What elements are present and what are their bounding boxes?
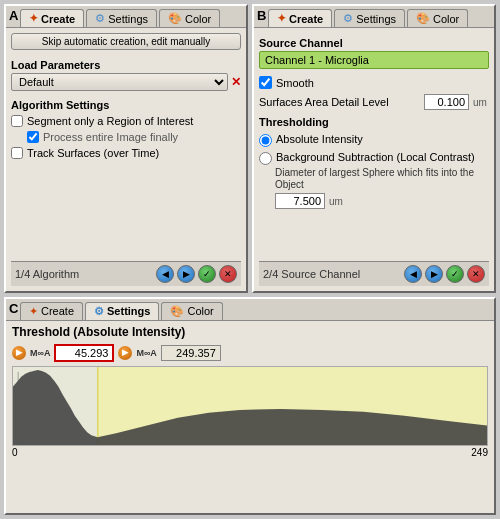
panel-c: C ✦ Create ⚙ Settings 🎨 Color Threshold: [4, 297, 496, 516]
process-row: Process entire Image finally: [27, 131, 241, 143]
color-icon-b: 🎨: [416, 12, 430, 25]
tab-a-settings[interactable]: ⚙ Settings: [86, 9, 157, 27]
histogram-max: 249: [471, 447, 488, 458]
wand-icon-c: ✦: [29, 305, 38, 318]
panel-b-bottom-nav: 2/4 Source Channel ◀ ▶ ✓ ✕: [259, 261, 489, 286]
nav-cancel-b[interactable]: ✕: [467, 265, 485, 283]
source-channel-value[interactable]: Channel 1 - Microglia: [259, 51, 489, 69]
panel-a-content: Skip automatic creation, edit manually L…: [6, 27, 246, 291]
load-params-dropdown[interactable]: Default: [11, 73, 228, 91]
tab-a-color[interactable]: 🎨 Color: [159, 9, 220, 27]
process-checkbox[interactable]: [27, 131, 39, 143]
right-threshold-input[interactable]: [161, 345, 221, 361]
left-m2a-label: M∞A: [30, 348, 50, 358]
nav-back-a[interactable]: ◀: [156, 265, 174, 283]
background-subtraction-row: Background Subtraction (Local Contrast): [259, 151, 489, 165]
segment-row: Segment only a Region of Interest: [11, 115, 241, 127]
histogram-min: 0: [12, 447, 18, 458]
panel-c-content: Threshold (Absolute Intensity) ▶ M∞A ▶ M…: [6, 320, 494, 514]
tab-b-create[interactable]: ✦ Create: [268, 9, 332, 27]
color-icon-c: 🎨: [170, 305, 184, 318]
nav-ok-a[interactable]: ✓: [198, 265, 216, 283]
histogram-labels: 0 249: [12, 447, 488, 458]
panel-b: B ✦ Create ⚙ Settings 🎨 Color Source Ch: [252, 4, 496, 293]
panel-c-tabs: ✦ Create ⚙ Settings 🎨 Color: [6, 299, 494, 320]
panel-a: A ✦ Create ⚙ Settings 🎨 Color Skip auto: [4, 4, 248, 293]
panel-a-bottom-nav: 1/4 Algorithm ◀ ▶ ✓ ✕: [11, 261, 241, 286]
color-icon-a: 🎨: [168, 12, 182, 25]
settings-icon-b: ⚙: [343, 12, 353, 25]
track-checkbox[interactable]: [11, 147, 23, 159]
right-threshold-icon: ▶: [118, 346, 132, 360]
tab-a-create[interactable]: ✦ Create: [20, 9, 84, 27]
tab-c-create[interactable]: ✦ Create: [20, 302, 83, 320]
panel-a-step: 1/4 Algorithm: [15, 268, 79, 280]
load-params-label: Load Parameters: [11, 59, 241, 71]
algo-settings-label: Algorithm Settings: [11, 99, 241, 111]
skip-button[interactable]: Skip automatic creation, edit manually: [11, 33, 241, 50]
smooth-row: Smooth: [259, 76, 489, 89]
tab-b-color[interactable]: 🎨 Color: [407, 9, 468, 27]
diameter-label: Diameter of largest Sphere which fits in…: [275, 167, 489, 191]
track-row: Track Surfaces (over Time): [11, 147, 241, 159]
background-subtraction-radio[interactable]: [259, 152, 272, 165]
panel-b-step: 2/4 Source Channel: [263, 268, 360, 280]
panel-b-tabs: ✦ Create ⚙ Settings 🎨 Color: [254, 6, 494, 27]
left-threshold-icon: ▶: [12, 346, 26, 360]
wand-icon-b: ✦: [277, 12, 286, 25]
absolute-intensity-radio[interactable]: [259, 134, 272, 147]
wand-icon-a: ✦: [29, 12, 38, 25]
histogram-svg: [13, 367, 487, 445]
panel-a-nav-buttons: ◀ ▶ ✓ ✕: [156, 265, 237, 283]
right-m2a-label: M∞A: [136, 348, 156, 358]
nav-ok-b[interactable]: ✓: [446, 265, 464, 283]
settings-icon-a: ⚙: [95, 12, 105, 25]
panel-b-label: B: [257, 8, 266, 23]
tab-c-color[interactable]: 🎨 Color: [161, 302, 222, 320]
absolute-intensity-row: Absolute Intensity: [259, 133, 489, 147]
tab-c-settings[interactable]: ⚙ Settings: [85, 302, 159, 320]
settings-icon-c: ⚙: [94, 305, 104, 318]
panel-a-label: A: [9, 8, 18, 23]
left-threshold-input[interactable]: [54, 344, 114, 362]
nav-back-b[interactable]: ◀: [404, 265, 422, 283]
panel-b-nav-buttons: ◀ ▶ ✓ ✕: [404, 265, 485, 283]
surfaces-area-row: Surfaces Area Detail Level um: [259, 94, 489, 110]
nav-forward-b[interactable]: ▶: [425, 265, 443, 283]
threshold-controls: ▶ M∞A ▶ M∞A: [12, 344, 488, 362]
delete-params-button[interactable]: ✕: [231, 75, 241, 89]
surfaces-area-input[interactable]: [424, 94, 469, 110]
smooth-checkbox[interactable]: [259, 76, 272, 89]
source-channel-label: Source Channel: [259, 37, 489, 49]
thresholding-label: Thresholding: [259, 116, 489, 128]
nav-cancel-a[interactable]: ✕: [219, 265, 237, 283]
load-params-row: Default ✕: [11, 73, 241, 91]
tab-b-settings[interactable]: ⚙ Settings: [334, 9, 405, 27]
histogram-container: [12, 366, 488, 446]
nav-forward-a[interactable]: ▶: [177, 265, 195, 283]
threshold-title: Threshold (Absolute Intensity): [12, 325, 488, 339]
panel-b-content: Source Channel Channel 1 - Microglia Smo…: [254, 27, 494, 291]
segment-checkbox[interactable]: [11, 115, 23, 127]
panel-c-label: C: [9, 301, 18, 316]
diameter-input[interactable]: [275, 193, 325, 209]
panel-a-tabs: ✦ Create ⚙ Settings 🎨 Color: [6, 6, 246, 27]
